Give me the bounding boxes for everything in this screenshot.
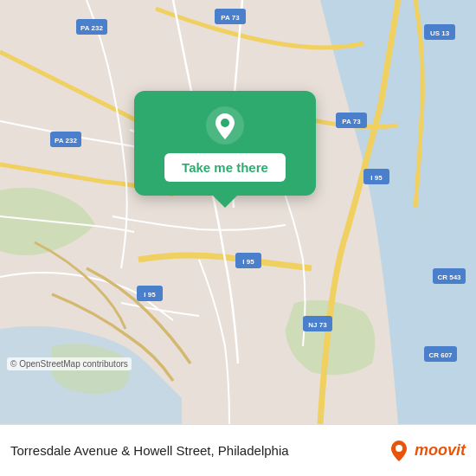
moovit-pin-icon	[387, 439, 411, 463]
map-container: PA 232 PA 73 US 13 PA 232 PA 73 I 95 I 9…	[0, 0, 476, 424]
svg-point-24	[221, 119, 229, 127]
moovit-label: moovit	[415, 441, 466, 460]
svg-text:CR 607: CR 607	[428, 351, 453, 359]
bottom-bar: Torresdale Avenue & Howell Street, Phila…	[0, 424, 476, 476]
svg-text:I 95: I 95	[370, 174, 383, 182]
svg-text:I 95: I 95	[144, 291, 156, 299]
popup-card[interactable]: Take me there	[134, 91, 316, 196]
svg-text:PA 232: PA 232	[55, 137, 77, 145]
svg-text:PA 73: PA 73	[342, 118, 361, 125]
svg-text:NJ 73: NJ 73	[308, 321, 327, 329]
map-attribution: © OpenStreetMap contributors	[7, 357, 132, 370]
svg-text:I 95: I 95	[242, 258, 254, 266]
svg-point-25	[396, 445, 402, 452]
svg-text:PA 232: PA 232	[80, 24, 103, 32]
location-pin-icon	[206, 106, 244, 145]
moovit-logo: moovit	[387, 439, 466, 463]
svg-text:US 13: US 13	[430, 29, 450, 37]
svg-text:CR 543: CR 543	[437, 273, 461, 281]
svg-text:PA 73: PA 73	[221, 14, 240, 22]
take-me-there-button[interactable]: Take me there	[164, 153, 286, 182]
location-text: Torresdale Avenue & Howell Street, Phila…	[10, 443, 387, 458]
